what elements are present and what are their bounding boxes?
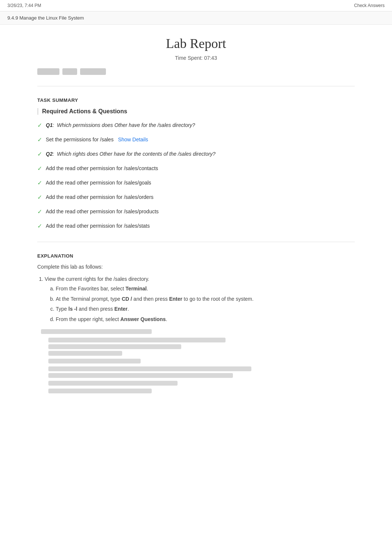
task-item-q1: ✓ Q1: Which permissions does Other have … [37, 121, 355, 130]
blurred-line-3 [48, 344, 181, 349]
check-icon-contacts: ✓ [37, 164, 42, 173]
blurred-line-8 [48, 381, 178, 386]
task-summary-label: TASK SUMMARY [37, 97, 355, 103]
orders-text: Add the read other permission for /sales… [46, 193, 154, 201]
goals-text: Add the read other permission for /sales… [46, 179, 151, 187]
check-icon-orders: ✓ [37, 193, 42, 202]
blurred-line-6 [48, 366, 251, 371]
check-icon-q2: ✓ [37, 150, 42, 159]
explanation-label: EXPLANATION [37, 253, 355, 259]
step-1b: At the Terminal prompt, type CD / and th… [56, 295, 355, 303]
divider-2 [37, 242, 355, 242]
stats-text: Add the read other permission for /sales… [46, 222, 150, 230]
top-bar: 3/26/23, 7:44 PM Check Answers [0, 0, 392, 11]
blurred-line-9 [48, 389, 152, 393]
task-item-contacts: ✓ Add the read other permission for /sal… [37, 164, 355, 173]
score-block-1 [37, 68, 59, 75]
lab-report-title: Lab Report [37, 36, 355, 51]
task-item-orders: ✓ Add the read other permission for /sal… [37, 193, 355, 202]
check-icon-set-permissions: ✓ [37, 135, 42, 144]
task-item-set-permissions: ✓ Set the permissions for /sales Show De… [37, 135, 355, 144]
blurred-line-2 [48, 338, 226, 342]
contacts-text: Add the read other permission for /sales… [46, 165, 158, 172]
step-1: View the current rights for the /sales d… [45, 275, 355, 323]
q1-text: Q1: Which permissions does Other have fo… [46, 122, 195, 128]
score-block-3 [80, 68, 106, 75]
blurred-line-5 [48, 359, 141, 363]
blurred-line-4 [48, 351, 122, 356]
set-permissions-text: Set the permissions for /sales [46, 136, 114, 144]
task-item-goals: ✓ Add the read other permission for /sal… [37, 178, 355, 187]
divider-1 [37, 86, 355, 86]
score-block-2 [62, 68, 77, 75]
blurred-section [37, 329, 355, 393]
products-text: Add the read other permission for /sales… [46, 208, 159, 216]
explanation-intro: Complete this lab as follows: [37, 264, 355, 270]
check-icon-goals: ✓ [37, 179, 42, 187]
task-item-stats: ✓ Add the read other permission for /sal… [37, 221, 355, 231]
task-item-products: ✓ Add the read other permission for /sal… [37, 207, 355, 216]
blurred-line-7 [48, 373, 233, 378]
datetime: 3/26/23, 7:44 PM [7, 3, 41, 8]
step-1-substeps: From the Favorites bar, select Terminal.… [45, 285, 355, 323]
blurred-line-1 [41, 329, 152, 334]
required-actions-header: Required Actions & Questions [37, 108, 355, 115]
time-spent: Time Spent: 07:43 [37, 55, 355, 61]
check-icon-products: ✓ [37, 207, 42, 216]
explanation-list: View the current rights for the /sales d… [37, 275, 355, 323]
show-details-link[interactable]: Show Details [118, 136, 148, 144]
step-1d: From the upper right, select Answer Ques… [56, 315, 355, 323]
explanation-section: EXPLANATION Complete this lab as follows… [37, 253, 355, 393]
breadcrumb: 9.4.9 Manage the Linux File System [0, 11, 392, 25]
check-icon-q1: ✓ [37, 121, 42, 130]
page-title: Check Answers [354, 3, 385, 8]
task-item-q2: ✓ Q2: Which rights does Other have for t… [37, 149, 355, 159]
check-icon-stats: ✓ [37, 222, 42, 231]
q2-text: Q2: Which rights does Other have for the… [46, 151, 216, 157]
step-1c: Type ls -l and then press Enter. [56, 305, 355, 313]
step-1a: From the Favorites bar, select Terminal. [56, 285, 355, 293]
